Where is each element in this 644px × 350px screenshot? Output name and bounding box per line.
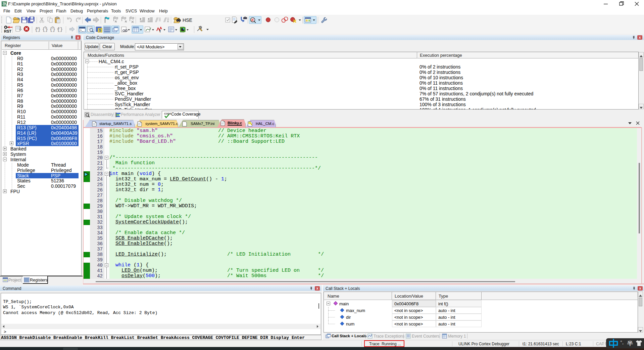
svg-text:>_: >_ bbox=[80, 29, 84, 32]
svg-text:{}: {} bbox=[50, 27, 55, 32]
svg-text:t: t bbox=[159, 29, 161, 33]
svg-text:RST: RST bbox=[4, 29, 11, 33]
svg-text:HSE: HSE bbox=[183, 17, 192, 23]
svg-text:d: d bbox=[251, 18, 254, 22]
svg-text:S: S bbox=[99, 28, 101, 32]
svg-text:CODE: CODE bbox=[164, 112, 171, 115]
svg-text:5: 5 bbox=[6, 4, 7, 6]
svg-text:{}: {} bbox=[42, 27, 48, 32]
svg-text:{}: {} bbox=[57, 27, 63, 32]
